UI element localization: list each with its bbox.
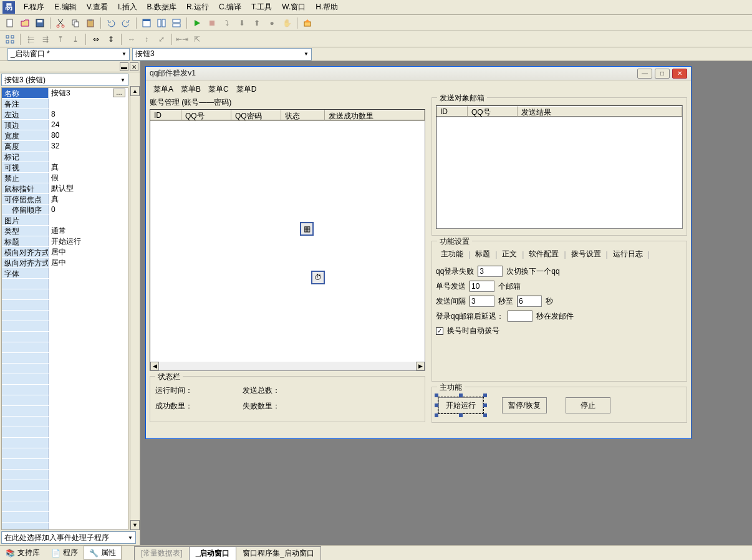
prop-value[interactable] (49, 268, 128, 278)
control-combo[interactable]: 按钮3▼ (132, 48, 312, 60)
pane-properties[interactable]: 🔧 属性 (84, 546, 122, 560)
panel-pin-icon[interactable]: ▬ (120, 62, 128, 71)
menu-a[interactable]: 菜单A (151, 84, 176, 95)
tab-body[interactable]: 正文 (497, 248, 522, 261)
align-left-icon[interactable]: ⬱ (24, 32, 37, 46)
prop-value[interactable]: 按钮3… (49, 88, 128, 98)
property-object-combo[interactable]: 按钮3 (按钮)▼ (1, 74, 128, 86)
tab-config[interactable]: 软件配置 (524, 248, 564, 261)
cut-icon[interactable] (54, 16, 67, 30)
interval-min-input[interactable] (470, 296, 494, 307)
same-size-icon[interactable]: ⤢ (155, 32, 168, 46)
tab-window-module[interactable]: 窗口程序集_启动窗口 (236, 546, 321, 560)
design-surface[interactable]: qq邮件群发v1 — □ ✕ 菜单A 菜单B 菜单C 菜单D 账号管理 (账号—… (140, 61, 752, 545)
menu-database[interactable]: B.数据库 (142, 1, 181, 14)
event-combo[interactable]: 在此处选择加入事件处理子程序▼ (1, 531, 136, 544)
col-pwd[interactable]: QQ密码 (231, 110, 281, 120)
targets-listview[interactable]: ID QQ号 发送结果 (436, 105, 683, 229)
save-icon[interactable] (33, 16, 47, 30)
h-scrollbar[interactable]: ◀ ▶ (150, 362, 425, 370)
login-fail-input[interactable] (478, 266, 503, 277)
window-combo[interactable]: _启动窗口 *▼ (7, 48, 130, 60)
menu-help[interactable]: H.帮助 (311, 1, 343, 14)
build-icon[interactable] (301, 16, 314, 30)
prop-ellipsis-button[interactable]: … (113, 89, 125, 97)
tcol-id[interactable]: ID (436, 106, 468, 117)
prop-value[interactable]: 默认型 (49, 183, 128, 193)
prop-value[interactable]: 真 (49, 194, 128, 204)
scroll-up-icon[interactable]: ▲ (130, 86, 140, 96)
redo-icon[interactable] (119, 16, 133, 30)
prop-row-左边[interactable]: 左边8 (2, 109, 128, 120)
prop-row-名称[interactable]: 名称按钮3… (2, 88, 128, 99)
timer-icon[interactable]: ⏱ (311, 271, 325, 284)
run-icon[interactable] (190, 16, 204, 30)
scroll-down-icon[interactable]: ▼ (130, 520, 140, 530)
copy-icon[interactable] (69, 16, 82, 30)
maximize-icon[interactable]: □ (655, 69, 670, 79)
step-out-icon[interactable]: ⬆ (250, 16, 264, 30)
vspace-icon[interactable]: ⇱ (190, 32, 204, 46)
prop-value[interactable]: 居中 (49, 258, 128, 268)
tab-const[interactable]: [常量数据表] (134, 546, 190, 560)
open-icon[interactable] (18, 16, 32, 30)
menu-c[interactable]: 菜单C (206, 84, 231, 95)
col-qq[interactable]: QQ号 (181, 110, 231, 120)
center-v-icon[interactable]: ⇕ (104, 32, 118, 46)
scroll-left-icon[interactable]: ◀ (150, 362, 159, 370)
stop-button[interactable]: 停止 (566, 397, 610, 413)
prop-value[interactable]: 真 (49, 162, 128, 172)
tab-log[interactable]: 运行日志 (608, 248, 648, 261)
win3-icon[interactable] (170, 16, 183, 30)
pane-support[interactable]: 📚 支持库 (0, 546, 46, 560)
prop-row-顶边[interactable]: 顶边24 (2, 120, 128, 130)
prop-row-图片[interactable]: 图片 (2, 215, 128, 226)
prop-row-禁止[interactable]: 禁止假 (2, 173, 128, 183)
prop-value[interactable] (49, 215, 128, 225)
prop-value[interactable]: 0 (49, 205, 128, 215)
same-width-icon[interactable]: ↔ (125, 32, 138, 46)
prop-row-可停留焦点[interactable]: 可停留焦点真 (2, 194, 128, 205)
paste-icon[interactable] (84, 16, 97, 30)
prop-row-纵向对齐方式[interactable]: 纵向对齐方式居中 (2, 258, 128, 268)
accounts-listview[interactable]: ID QQ号 QQ密码 状态 发送成功数里 ▦ ⏱ ◀ (150, 109, 425, 371)
scroll-right-icon[interactable]: ▶ (416, 362, 425, 370)
menu-program[interactable]: F.程序 (19, 1, 49, 14)
menu-b[interactable]: 菜单B (178, 84, 203, 95)
start-button[interactable]: 开始运行 (438, 397, 483, 413)
designed-window[interactable]: qq邮件群发v1 — □ ✕ 菜单A 菜单B 菜单C 菜单D 账号管理 (账号—… (145, 66, 692, 439)
property-grid[interactable]: 名称按钮3…备注左边8顶边24宽度80高度32标记可视真禁止假鼠标指针默认型可停… (1, 87, 128, 530)
menu-tools[interactable]: T.工具 (246, 1, 277, 14)
prop-value[interactable] (49, 99, 128, 109)
align-bottom-icon[interactable]: ⤓ (69, 32, 82, 46)
menu-compile[interactable]: C.编译 (214, 1, 246, 14)
prop-row-标题[interactable]: 标题开始运行 (2, 236, 128, 247)
col-success[interactable]: 发送成功数里 (325, 110, 425, 120)
prop-row-宽度[interactable]: 宽度80 (2, 130, 128, 141)
tab-dial[interactable]: 拨号设置 (566, 248, 606, 261)
win2-icon[interactable] (155, 16, 168, 30)
prop-value[interactable]: 居中 (49, 247, 128, 257)
prop-value[interactable]: 80 (49, 130, 128, 140)
prop-value[interactable]: 开始运行 (49, 236, 128, 246)
prop-row-横向对齐方式[interactable]: 横向对齐方式居中 (2, 247, 128, 258)
prop-value[interactable]: 24 (49, 120, 128, 130)
prop-value[interactable]: 32 (49, 141, 128, 151)
undo-icon[interactable] (104, 16, 118, 30)
new-icon[interactable] (3, 16, 17, 30)
prop-row-类型[interactable]: 类型通常 (2, 226, 128, 236)
interval-max-input[interactable] (517, 296, 542, 307)
hand-icon[interactable]: ✋ (280, 16, 294, 30)
prop-row-备注[interactable]: 备注 (2, 99, 128, 109)
win1-icon[interactable] (140, 16, 153, 30)
menu-window[interactable]: W.窗口 (277, 1, 311, 14)
auto-dial-checkbox[interactable]: ✓ (436, 327, 443, 335)
panel-close-icon[interactable]: ✕ (130, 62, 138, 71)
menu-insert[interactable]: I.插入 (113, 1, 142, 14)
per-account-input[interactable] (470, 281, 494, 292)
menu-d[interactable]: 菜单D (234, 84, 259, 95)
delay-input[interactable] (508, 311, 533, 322)
breakpoint-icon[interactable]: ● (265, 16, 279, 30)
prop-row-高度[interactable]: 高度32 (2, 141, 128, 152)
menu-edit[interactable]: E.编辑 (49, 1, 81, 14)
